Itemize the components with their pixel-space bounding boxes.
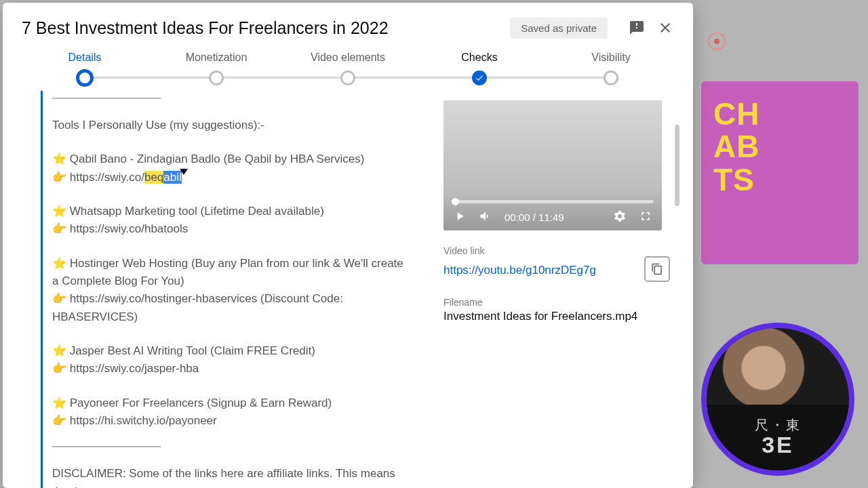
video-link[interactable]: https://youtu.be/g10nrzDEg7g: [443, 264, 636, 277]
bg-text: CH: [713, 98, 846, 130]
desc-item-title: ⭐ Payoneer For Freelancers (Signup & Ear…: [52, 394, 408, 412]
video-preview[interactable]: 00:00 / 11:49: [443, 100, 662, 230]
desc-item-link: 👉 https://swiy.co/jasper-hba: [52, 360, 408, 378]
text-cursor-icon: [180, 169, 188, 175]
video-link-label: Video link: [443, 245, 670, 256]
tab-video-elements[interactable]: Video elements: [282, 52, 414, 68]
close-button[interactable]: [654, 16, 677, 39]
desc-item: ⭐ Whatsapp Marketing tool (Lifetime Deal…: [52, 203, 408, 239]
dialog-title: 7 Best Investment Ideas For Freelancers …: [22, 18, 510, 38]
play-button[interactable]: [453, 209, 467, 225]
bg-text: AB: [713, 130, 846, 163]
tab-visibility[interactable]: Visibility: [545, 52, 677, 68]
divider: [52, 446, 161, 447]
desc-item: ⭐ Qabil Bano - Zindagian Badlo (Be Qabil…: [52, 150, 408, 186]
fullscreen-icon: [639, 209, 652, 223]
close-icon: [657, 20, 673, 36]
copy-link-button[interactable]: [644, 256, 670, 282]
desc-item-link: 👉 https://swiy.co/beqabil: [52, 169, 408, 186]
description-textarea[interactable]: Tools I Personally Use (my suggestions):…: [41, 91, 425, 488]
upload-stepper: Details Monetization Video elements Chec…: [3, 46, 693, 88]
text-highlight: beq: [144, 171, 163, 184]
filename-label: Filename: [443, 297, 670, 308]
desc-item: ⭐ Payoneer For Freelancers (Signup & Ear…: [52, 394, 408, 430]
copy-icon: [651, 263, 663, 275]
scrollbar[interactable]: [675, 125, 679, 206]
volume-button[interactable]: [479, 209, 492, 225]
desc-item-link: 👉 https://swiy.co/hostinger-hbaservices …: [52, 290, 408, 326]
tab-details[interactable]: Details: [19, 52, 151, 68]
desc-item: ⭐ Jasper Best AI Writing Tool (Claim FRE…: [52, 342, 408, 378]
step-node-monetization[interactable]: [209, 70, 224, 85]
description-column: Tools I Personally Use (my suggestions):…: [41, 91, 425, 488]
recording-indicator-icon: [708, 33, 726, 50]
dialog-header: 7 Best Investment Ideas For Freelancers …: [3, 3, 693, 46]
desc-item-title: ⭐ Whatsapp Marketing tool (Lifetime Deal…: [52, 203, 408, 220]
desc-item-title: ⭐ Qabil Bano - Zindagian Badlo (Be Qabil…: [52, 150, 408, 168]
video-time: 00:00 / 11:49: [505, 211, 564, 223]
desc-item: ⭐ Hostinger Web Hosting (Buy any Plan fr…: [52, 255, 408, 326]
divider: [52, 98, 161, 99]
video-controls: 00:00 / 11:49: [443, 203, 662, 230]
filename-section: Filename Investment Ideas for Freelancer…: [443, 297, 670, 323]
step-node-details[interactable]: [76, 69, 94, 87]
save-status-badge: Saved as private: [510, 18, 608, 39]
video-link-section: Video link https://youtu.be/g10nrzDEg7g: [443, 245, 670, 282]
upload-dialog: 7 Best Investment Ideas For Freelancers …: [3, 3, 693, 488]
filename-value: Investment Ideas for Freelancers.mp4: [443, 310, 670, 323]
feedback-icon: [629, 20, 645, 36]
fullscreen-button[interactable]: [639, 209, 652, 225]
step-node-checks[interactable]: [472, 70, 487, 85]
tab-monetization[interactable]: Monetization: [151, 52, 282, 68]
desc-item-link: 👉 https://hi.switchy.io/payoneer: [52, 412, 408, 430]
play-icon: [453, 209, 467, 223]
desc-intro: Tools I Personally Use (my suggestions):…: [52, 117, 408, 134]
bg-text: TS: [713, 163, 846, 196]
volume-icon: [479, 209, 492, 223]
preview-column: 00:00 / 11:49 Video link https://youtu.b…: [425, 91, 677, 488]
step-node-visibility[interactable]: [604, 70, 618, 85]
settings-button[interactable]: [613, 209, 627, 225]
gear-icon: [613, 209, 627, 223]
desc-item-title: ⭐ Hostinger Web Hosting (Buy any Plan fr…: [52, 255, 408, 291]
check-icon: [475, 73, 484, 83]
tab-checks[interactable]: Checks: [414, 52, 545, 68]
feedback-button[interactable]: [625, 16, 648, 39]
desc-disclaimer: DISCLAIMER: Some of the links here are a…: [52, 465, 408, 488]
webcam-overlay: 尺・東 3E: [701, 323, 854, 476]
desc-item-title: ⭐ Jasper Best AI Writing Tool (Claim FRE…: [52, 342, 408, 360]
step-node-video-elements[interactable]: [340, 70, 355, 85]
desc-item-link: 👉 https://swiy.co/hbatools: [52, 220, 408, 238]
background-thumbnail: CH AB TS: [701, 81, 859, 264]
